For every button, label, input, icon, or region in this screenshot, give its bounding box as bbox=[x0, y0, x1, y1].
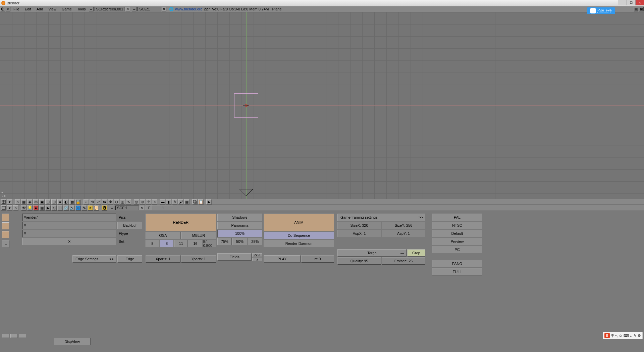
snap-icon[interactable]: ◎ bbox=[134, 199, 139, 205]
layers-icon[interactable]: ▦ bbox=[21, 199, 26, 205]
home-icon[interactable]: ⌂ bbox=[15, 199, 20, 205]
edit-btns-icon[interactable]: □ bbox=[57, 205, 63, 211]
border-select-icon[interactable]: ▬ bbox=[160, 199, 165, 205]
screen-prev-icon[interactable]: – bbox=[89, 7, 94, 11]
ime-item-4[interactable]: ♫ bbox=[630, 334, 633, 338]
fullscreen-icon[interactable]: ▾ bbox=[7, 199, 12, 205]
tex-btns-icon[interactable]: ▦ bbox=[39, 205, 45, 211]
ime-item-5[interactable]: ✎ bbox=[634, 334, 637, 338]
rt-field[interactable]: rt: 0 bbox=[301, 255, 334, 263]
pics-enable-toggle[interactable] bbox=[2, 214, 9, 221]
osa-11-button[interactable]: 11 bbox=[174, 240, 188, 247]
size-50-button[interactable]: 50% bbox=[232, 238, 247, 245]
quality-field[interactable]: Quality: 95 bbox=[337, 257, 381, 265]
world-btns-icon[interactable]: 🌐 bbox=[75, 205, 81, 211]
size-75-button[interactable]: 75% bbox=[217, 238, 232, 245]
disp-btn-1[interactable] bbox=[2, 334, 9, 338]
btnwin-home-icon[interactable]: ⌂ bbox=[13, 205, 18, 211]
preset-pc-button[interactable]: PC bbox=[432, 246, 482, 253]
rotate-icon[interactable]: ⟲ bbox=[90, 199, 95, 205]
shear-icon[interactable]: ◫ bbox=[120, 199, 125, 205]
ime-item-0[interactable]: 中 bbox=[611, 333, 614, 338]
osa-button[interactable]: OSA bbox=[146, 232, 180, 239]
mirror-icon[interactable]: ⇋ bbox=[102, 199, 107, 205]
menu-view[interactable]: View bbox=[46, 6, 59, 12]
set-delete-button[interactable]: ✕ bbox=[22, 238, 116, 245]
sound-btns-icon[interactable]: 🔊 bbox=[69, 205, 75, 211]
move-icon[interactable]: ✢ bbox=[146, 199, 151, 205]
backbuf-path-field[interactable]: // bbox=[22, 222, 116, 229]
mat-btns-icon[interactable]: ● bbox=[33, 205, 39, 211]
vpaint-icon[interactable]: 🖌 bbox=[178, 199, 183, 205]
anim-button[interactable]: ANIM bbox=[264, 214, 334, 231]
frame-field[interactable]: 1 bbox=[153, 206, 173, 210]
fake-user-button[interactable]: F bbox=[146, 206, 153, 210]
transform-icon[interactable]: ✥ bbox=[108, 199, 113, 205]
backbuf-button[interactable]: Backbuf bbox=[117, 222, 142, 229]
info-window-icon[interactable]: i bbox=[0, 7, 5, 11]
bf-field[interactable]: Bf: 0.500 bbox=[203, 240, 216, 247]
game-framing-button[interactable]: Game framing settings>> bbox=[337, 214, 425, 221]
menu-file[interactable]: File bbox=[11, 6, 22, 12]
menu-game[interactable]: Game bbox=[59, 6, 74, 12]
lamp-btns-icon[interactable]: 💡 bbox=[27, 205, 33, 211]
play-button[interactable]: PLAY bbox=[264, 255, 301, 263]
screen-selector[interactable]: SCR:screen.001 bbox=[95, 7, 125, 11]
menu-tools[interactable]: Tools bbox=[74, 6, 89, 12]
crop-button[interactable]: Crop bbox=[407, 249, 425, 257]
fields-button[interactable]: Fields bbox=[217, 253, 252, 261]
dropdown-icon[interactable]: ▾ bbox=[6, 7, 10, 11]
prop-edit-icon[interactable]: ○ bbox=[152, 199, 157, 205]
display-icon[interactable]: ⊡ bbox=[45, 199, 51, 205]
textured-icon[interactable]: ▩ bbox=[69, 199, 75, 205]
solid-icon[interactable]: ● bbox=[57, 199, 63, 205]
aspy-field[interactable]: AspY: 1 bbox=[382, 230, 425, 237]
preset-pal-button[interactable]: PAL bbox=[432, 214, 482, 221]
ime-item-2[interactable]: ☺ bbox=[619, 334, 623, 338]
pivot-icon[interactable]: ⊕ bbox=[140, 199, 145, 205]
set-clear-button[interactable]: – bbox=[2, 240, 9, 248]
view-btns-icon[interactable]: 👁 bbox=[21, 205, 26, 211]
header-btn-1[interactable]: ▤ bbox=[634, 7, 638, 11]
lock-icon[interactable]: 🔒 bbox=[75, 199, 81, 205]
sel-icon[interactable]: ▮ bbox=[166, 199, 171, 205]
mblur-button[interactable]: MBLUR bbox=[181, 232, 216, 239]
ortho-icon[interactable]: ▭ bbox=[33, 199, 39, 205]
preset-pano-button[interactable]: PANO bbox=[432, 260, 482, 267]
paste-icon[interactable]: 📋 bbox=[198, 199, 204, 205]
scene-datablock[interactable]: SCE:1 bbox=[115, 206, 139, 210]
edge-button[interactable]: Edge bbox=[117, 255, 142, 263]
ime-logo-icon[interactable]: S bbox=[604, 333, 610, 338]
shaded-icon[interactable]: ◐ bbox=[63, 199, 69, 205]
camera-object[interactable] bbox=[238, 188, 254, 197]
ime-item-3[interactable]: ⌨ bbox=[624, 334, 629, 338]
radio-btns-icon[interactable]: ☀ bbox=[88, 205, 93, 211]
size-100-button[interactable]: 100% bbox=[217, 230, 262, 237]
drawtype-icon[interactable]: ▣ bbox=[39, 199, 45, 205]
scale-icon[interactable]: ⤢ bbox=[96, 199, 101, 205]
dispview-button[interactable]: DispView bbox=[54, 338, 91, 345]
osa-5-button[interactable]: 5 bbox=[146, 240, 159, 247]
odd-button[interactable]: Odd bbox=[252, 253, 262, 257]
preset-full-button[interactable]: FULL bbox=[432, 268, 482, 275]
blender-url-link[interactable]: www.blender.org bbox=[175, 7, 202, 11]
translate-icon[interactable]: ↔ bbox=[84, 199, 89, 205]
ime-toolbar[interactable]: S 中 •, ☺ ⌨ ♫ ✎ ⚙ bbox=[603, 332, 643, 339]
datablock-prev-icon[interactable]: – bbox=[110, 206, 114, 210]
ime-item-1[interactable]: •, bbox=[615, 334, 618, 338]
edit-icon[interactable]: ✎ bbox=[172, 199, 177, 205]
disp-btn-2[interactable] bbox=[10, 334, 18, 338]
xparts-field[interactable]: Xparts: 1 bbox=[146, 255, 180, 263]
osa-16-button[interactable]: 16 bbox=[189, 240, 202, 247]
scene-prev-icon[interactable]: – bbox=[132, 7, 137, 11]
window-minimize-button[interactable]: ─ bbox=[618, 0, 627, 5]
size-25-button[interactable]: 25% bbox=[248, 238, 262, 245]
shrink-icon[interactable]: ⊖ bbox=[114, 199, 119, 205]
render-icon[interactable]: ▶ bbox=[206, 199, 212, 205]
warp-icon[interactable]: ∿ bbox=[126, 199, 131, 205]
panorama-button[interactable]: Panorama bbox=[217, 222, 262, 229]
anim-btns-icon[interactable]: ▶ bbox=[45, 205, 51, 211]
upload-badge[interactable]: ☁ 拍照上传 bbox=[587, 7, 615, 14]
osa-8-button[interactable]: 8 bbox=[160, 240, 174, 247]
render-daemon-button[interactable]: Render Daemon bbox=[264, 240, 334, 247]
